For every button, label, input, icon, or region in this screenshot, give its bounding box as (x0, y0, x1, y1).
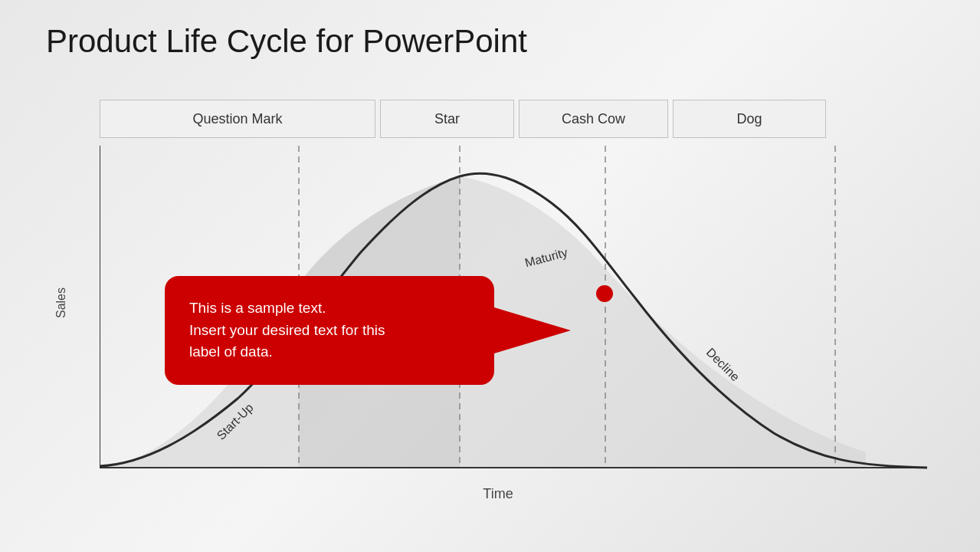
slide: Product Life Cycle for PowerPoint Sales … (0, 0, 980, 552)
phase-labels: Question Mark Star Cash Cow Dog (100, 100, 942, 138)
phase-star: Star (380, 100, 514, 138)
page-title: Product Life Cycle for PowerPoint (46, 23, 949, 60)
y-axis-label: Sales (54, 288, 68, 318)
callout-line2: Insert your desired text for this (189, 322, 385, 338)
phase-dog: Dog (673, 100, 826, 138)
callout-line3: label of data. (189, 343, 273, 360)
chart-area: Sales Question Mark Star Cash Cow Dog (46, 100, 950, 506)
phase-cash-cow: Cash Cow (519, 100, 668, 138)
phase-question-mark: Question Mark (100, 100, 375, 138)
callout-line1: This is a sample text. (189, 300, 326, 316)
data-point-dot (596, 285, 613, 302)
x-axis-label: Time (483, 486, 513, 502)
callout-box: This is a sample text. Insert your desir… (165, 276, 494, 385)
